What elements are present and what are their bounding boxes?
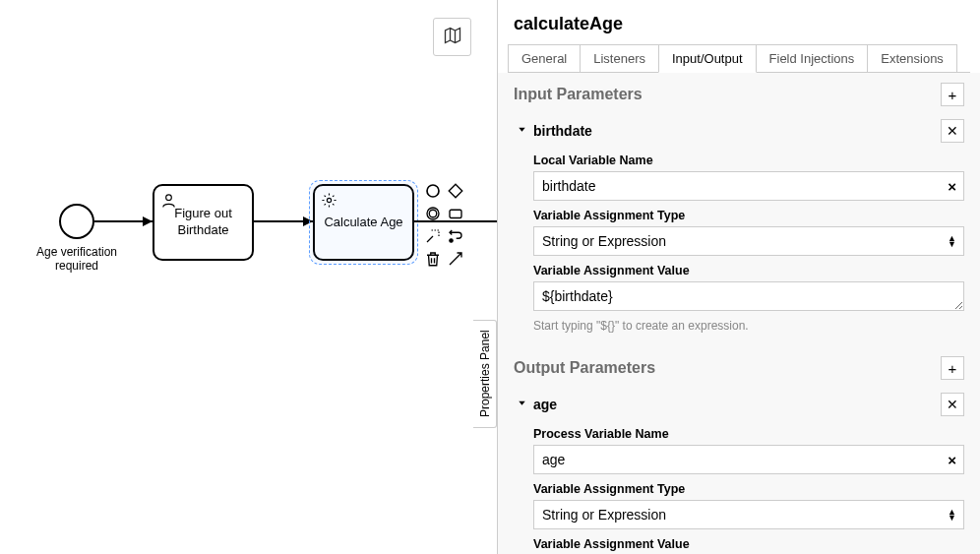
append-gateway-button[interactable] [446,181,465,201]
panel-element-name: calculateAge [498,0,980,44]
user-task-icon [160,192,177,209]
task-label: Figure out Birthdate [162,206,244,239]
start-event-label: Age verification required [31,245,122,274]
user-task-figure-out-birthdate[interactable]: Figure out Birthdate [153,184,254,261]
minimap-toggle-button[interactable] [433,18,471,56]
context-pad [423,181,472,269]
change-type-button[interactable] [446,226,465,246]
tab-general[interactable]: General [508,44,581,73]
local-variable-name-input[interactable] [533,171,964,201]
start-event[interactable] [59,204,94,239]
diagram-canvas[interactable]: Age verification required Figure out Bir… [0,0,497,554]
append-end-event-button[interactable] [423,181,443,201]
variable-assignment-type-select[interactable]: String or Expression [533,226,964,256]
clear-input-button[interactable]: × [948,452,956,468]
field-label: Variable Assignment Value [533,264,964,277]
chevron-down-icon[interactable] [514,124,529,138]
input-parameters-section: Input Parameters + [498,73,980,112]
entry-name-label: age [533,397,941,412]
service-task-calculate-age[interactable]: Calculate Age [313,184,414,261]
add-input-parameter-button[interactable]: + [941,83,964,106]
task-label: Calculate Age [324,215,402,231]
tab-field-injections[interactable]: Field Injections [756,44,869,73]
variable-assignment-type-select[interactable]: String or Expression [533,500,964,529]
plus-icon: + [949,360,957,377]
arrowhead-icon [143,216,153,226]
tab-extensions[interactable]: Extensions [867,44,957,73]
arrowhead-icon [303,216,313,226]
tab-input-output[interactable]: Input/Output [658,44,757,73]
append-intermediate-event-button[interactable] [423,204,443,223]
clear-input-button[interactable]: × [948,178,956,195]
tab-listeners[interactable]: Listeners [580,44,659,73]
svg-point-6 [450,239,453,242]
properties-panel: calculateAge General Listeners Input/Out… [497,0,980,554]
section-title: Input Parameters [514,86,941,103]
output-entry-header[interactable]: age ✕ [498,386,980,423]
remove-output-entry-button[interactable]: ✕ [941,393,964,416]
section-title: Output Parameters [514,359,941,377]
field-label: Variable Assignment Type [533,482,964,496]
entry-name-label: birthdate [533,123,941,139]
field-label: Process Variable Name [533,427,964,441]
expression-hint: Start typing "${}" to create an expressi… [533,319,964,333]
connect-button[interactable] [446,249,465,269]
tablist: General Listeners Input/Output Field Inj… [498,44,980,73]
plus-icon: + [949,87,957,103]
annotation-button[interactable] [423,226,443,246]
svg-point-0 [166,195,172,201]
properties-panel-toggle[interactable]: Properties Panel [473,320,497,428]
add-output-parameter-button[interactable]: + [941,356,964,380]
svg-point-2 [427,185,439,197]
delete-button[interactable] [423,249,443,269]
append-task-button[interactable] [446,204,465,223]
service-task-icon [321,192,337,209]
svg-rect-5 [450,210,461,217]
input-entry-header[interactable]: birthdate ✕ [498,112,980,150]
field-label: Variable Assignment Type [533,209,964,222]
remove-input-entry-button[interactable]: ✕ [941,119,964,143]
process-variable-name-input[interactable] [533,445,964,474]
svg-point-4 [429,210,437,217]
output-parameters-section: Output Parameters + [498,346,980,386]
map-icon [443,26,462,49]
field-label: Variable Assignment Value [533,537,964,551]
close-icon: ✕ [947,397,958,412]
chevron-down-icon[interactable] [514,398,529,411]
svg-point-1 [327,198,331,202]
field-label: Local Variable Name [533,154,964,167]
variable-assignment-value-input[interactable] [533,281,964,311]
close-icon: ✕ [947,123,958,139]
